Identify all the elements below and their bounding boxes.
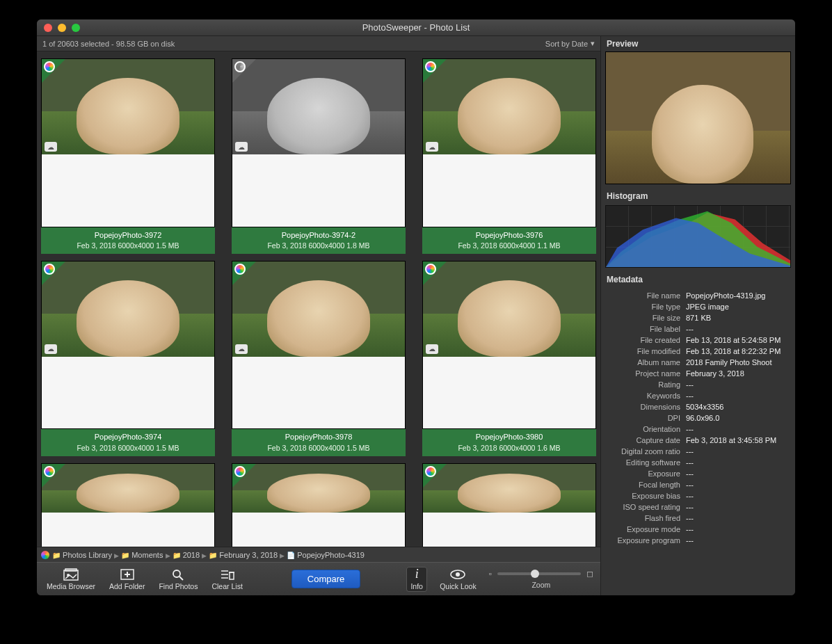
photo-thumbnail[interactable]: ☁PopejoyPhoto-3974Feb 3, 2018 6000x4000 … bbox=[41, 261, 215, 456]
add-folder-label: Add Folder bbox=[109, 582, 145, 590]
compare-button[interactable]: Compare bbox=[291, 570, 360, 588]
photo-thumbnail[interactable] bbox=[422, 463, 596, 547]
metadata-row: Exposure--- bbox=[607, 468, 790, 479]
zoom-in-icon[interactable]: ◻ bbox=[586, 569, 593, 579]
preview-image[interactable] bbox=[605, 51, 791, 184]
photo-thumbnail[interactable] bbox=[232, 463, 406, 547]
thumbnail-name: PopejoyPhoto-3972 bbox=[42, 230, 214, 241]
find-photos-label: Find Photos bbox=[159, 582, 198, 590]
close-window-button[interactable] bbox=[44, 24, 52, 32]
metadata-row: File modifiedFeb 13, 2018 at 8:22:32 PM bbox=[607, 346, 790, 357]
clear-list-label: Clear List bbox=[211, 582, 242, 590]
metadata-key: Exposure bias bbox=[607, 492, 680, 500]
photo-thumbnail[interactable]: ☁PopejoyPhoto-3974-2Feb 3, 2018 6000x400… bbox=[232, 58, 406, 254]
path-segment[interactable]: February 3, 2018 bbox=[219, 551, 278, 559]
metadata-row: File label--- bbox=[607, 323, 790, 335]
metadata-row: File size871 KB bbox=[607, 312, 790, 323]
metadata-row: Focal length--- bbox=[607, 479, 790, 490]
media-browser-label: Media Browser bbox=[47, 582, 95, 590]
metadata-row: Orientation--- bbox=[607, 424, 790, 435]
path-segment[interactable]: Photos Library bbox=[63, 551, 112, 559]
chevron-down-icon: ▾ bbox=[591, 39, 595, 48]
chevron-right-icon: ▶ bbox=[202, 552, 207, 559]
metadata-key: Keywords bbox=[607, 392, 680, 400]
folder-icon: 📁 bbox=[209, 552, 217, 559]
sort-dropdown[interactable]: Sort by Date ▾ bbox=[545, 39, 595, 48]
file-icon: 📄 bbox=[287, 552, 295, 559]
metadata-row: Rating--- bbox=[607, 379, 790, 390]
preview-pane bbox=[601, 51, 795, 184]
metadata-key: File created bbox=[607, 336, 680, 344]
metadata-row: Digital zoom ratio--- bbox=[607, 446, 790, 457]
thumbnail-caption: PopejoyPhoto-3974Feb 3, 2018 6000x4000 1… bbox=[41, 429, 215, 456]
quick-look-button[interactable]: Quick Look bbox=[437, 567, 479, 592]
thumbnail-name: PopejoyPhoto-3976 bbox=[424, 230, 595, 241]
thumbnail-details: Feb 3, 2018 6000x4000 1.5 MB bbox=[42, 443, 214, 453]
info-button[interactable]: i Info bbox=[406, 567, 427, 592]
zoom-window-button[interactable] bbox=[72, 24, 80, 32]
add-folder-button[interactable]: Add Folder bbox=[106, 567, 147, 592]
folder-icon: 📁 bbox=[121, 552, 129, 559]
metadata-key: Rating bbox=[607, 380, 680, 389]
zoom-out-icon[interactable]: ▫ bbox=[489, 569, 492, 579]
svg-point-6 bbox=[173, 570, 180, 577]
metadata-value: --- bbox=[686, 380, 790, 389]
path-segment[interactable]: 2018 bbox=[183, 551, 200, 559]
thumbnail-details: Feb 3, 2018 6000x4000 1.6 MB bbox=[424, 443, 595, 453]
metadata-value: --- bbox=[686, 447, 790, 456]
thumbnail-name: PopejoyPhoto-3974 bbox=[42, 432, 214, 442]
metadata-key: Orientation bbox=[607, 425, 680, 433]
zoom-slider[interactable] bbox=[497, 572, 581, 575]
metadata-value: --- bbox=[686, 492, 790, 500]
metadata-value: --- bbox=[686, 525, 790, 533]
metadata-value: --- bbox=[686, 481, 790, 489]
folder-icon: 📁 bbox=[173, 552, 181, 559]
metadata-key: Capture date bbox=[607, 436, 680, 444]
metadata-value: Feb 13, 2018 at 8:22:32 PM bbox=[686, 347, 790, 355]
chevron-right-icon: ▶ bbox=[280, 552, 285, 559]
photo-thumbnail[interactable]: ☁PopejoyPhoto-3978Feb 3, 2018 6000x4000 … bbox=[232, 261, 406, 456]
photos-app-icon bbox=[41, 551, 49, 559]
find-photos-button[interactable]: Find Photos bbox=[156, 567, 200, 592]
metadata-key: Editing software bbox=[607, 458, 680, 467]
zoom-control: ▫ ◻ Zoom bbox=[489, 569, 593, 589]
sort-label: Sort by Date bbox=[545, 40, 588, 48]
thumbnail-details: Feb 3, 2018 6000x4000 1.5 MB bbox=[42, 241, 214, 251]
thumbnail-details: Feb 3, 2018 6000x4000 1.5 MB bbox=[233, 443, 404, 453]
metadata-row: Editing software--- bbox=[607, 457, 790, 468]
clear-list-icon bbox=[220, 568, 235, 581]
thumbnail-name: PopejoyPhoto-3974-2 bbox=[233, 230, 404, 241]
sidebar: Preview Histogram Metadata File nam bbox=[600, 36, 795, 595]
thumbnail-caption: PopejoyPhoto-3974-2Feb 3, 2018 6000x4000… bbox=[232, 227, 406, 254]
photo-grid[interactable]: ☁PopejoyPhoto-3972Feb 3, 2018 6000x4000 … bbox=[37, 51, 600, 547]
metadata-row: Flash fired--- bbox=[607, 513, 790, 524]
metadata-key: ISO speed rating bbox=[607, 503, 680, 511]
metadata-list[interactable]: File namePopejoyPhoto-4319.jpgFile typeJ… bbox=[601, 287, 795, 595]
zoom-label: Zoom bbox=[499, 581, 583, 589]
cloud-icon: ☁ bbox=[426, 344, 438, 354]
cloud-icon: ☁ bbox=[45, 344, 57, 354]
content: 1 of 20603 selected - 98.58 GB on disk S… bbox=[37, 36, 795, 595]
window-title: PhotoSweeper - Photo List bbox=[37, 22, 795, 33]
histogram-header: Histogram bbox=[601, 188, 795, 204]
photo-thumbnail[interactable]: ☁PopejoyPhoto-3980Feb 3, 2018 6000x4000 … bbox=[422, 261, 596, 456]
info-icon: i bbox=[409, 568, 424, 581]
metadata-value: --- bbox=[686, 536, 790, 545]
clear-list-button[interactable]: Clear List bbox=[209, 567, 245, 592]
main-panel: 1 of 20603 selected - 98.58 GB on disk S… bbox=[37, 36, 600, 595]
thumbnail-caption: PopejoyPhoto-3972Feb 3, 2018 6000x4000 1… bbox=[41, 227, 215, 254]
metadata-row: Keywords--- bbox=[607, 390, 790, 401]
bottom-toolbar: Media Browser Add Folder Find Photos bbox=[37, 562, 600, 595]
metadata-key: Album name bbox=[607, 358, 680, 367]
metadata-key: Exposure program bbox=[607, 536, 680, 545]
photos-library-icon bbox=[234, 466, 246, 477]
path-segment[interactable]: Moments bbox=[131, 551, 163, 559]
media-browser-button[interactable]: Media Browser bbox=[44, 567, 98, 592]
minimize-window-button[interactable] bbox=[58, 24, 66, 32]
cloud-icon: ☁ bbox=[235, 142, 248, 152]
photo-thumbnail[interactable]: ☁PopejoyPhoto-3976Feb 3, 2018 6000x4000 … bbox=[422, 58, 596, 254]
photo-thumbnail[interactable]: ☁PopejoyPhoto-3972Feb 3, 2018 6000x4000 … bbox=[41, 58, 215, 254]
photo-thumbnail[interactable] bbox=[41, 463, 215, 547]
path-segment[interactable]: PopejoyPhoto-4319 bbox=[297, 551, 365, 559]
thumbnail-details: Feb 3, 2018 6000x4000 1.1 MB bbox=[424, 241, 595, 251]
